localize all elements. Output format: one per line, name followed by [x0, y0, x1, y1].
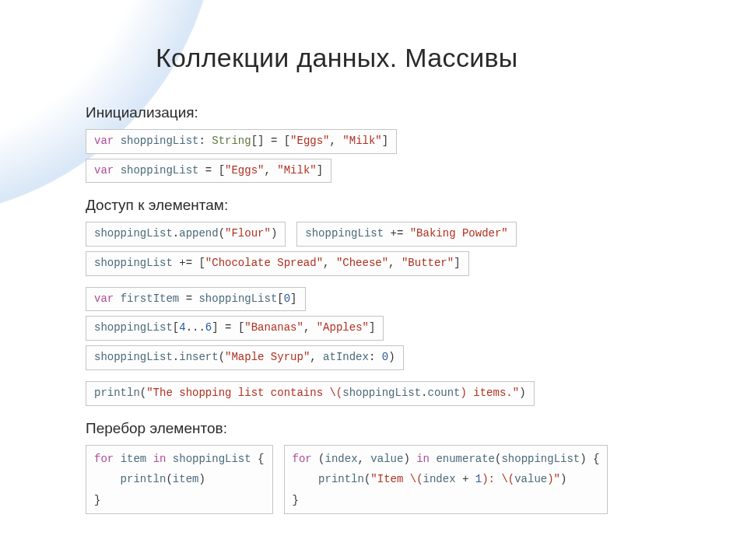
- code-row: println("The shopping list contains \(sh…: [86, 381, 677, 406]
- code-init-inferred: var shoppingList = ["Eggs", "Milk"]: [86, 159, 331, 184]
- slide-content: Коллекции данных. Массивы Инициализация:…: [0, 0, 747, 542]
- code-pluseq-array: shoppingList += ["Chocolate Spread", "Ch…: [86, 251, 469, 276]
- code-init-typed: var shoppingList: String[] = ["Eggs", "M…: [86, 129, 397, 154]
- slide-title: Коллекции данных. Массивы: [156, 43, 677, 73]
- code-range-assign: shoppingList[4...6] = ["Bananas", "Apple…: [86, 316, 384, 341]
- code-row: var shoppingList = ["Eggs", "Milk"]: [86, 159, 677, 184]
- code-row: shoppingList.append("Flour") shoppingLis…: [86, 222, 677, 247]
- code-for-simple: for item in shoppingList { println(item)…: [86, 445, 273, 515]
- code-row: var shoppingList: String[] = ["Eggs", "M…: [86, 129, 677, 154]
- code-row: shoppingList += ["Chocolate Spread", "Ch…: [86, 251, 677, 276]
- code-insert: shoppingList.insert("Maple Syrup", atInd…: [86, 345, 404, 370]
- code-first-item: var firstItem = shoppingList[0]: [86, 287, 306, 312]
- code-append: shoppingList.append("Flour"): [86, 222, 286, 247]
- code-pluseq-string: shoppingList += "Baking Powder": [296, 222, 516, 247]
- section-init-label: Инициализация:: [86, 104, 677, 121]
- code-row: shoppingList.insert("Maple Syrup", atInd…: [86, 345, 677, 370]
- code-row: for item in shoppingList { println(item)…: [86, 445, 677, 515]
- code-row: shoppingList[4...6] = ["Bananas", "Apple…: [86, 316, 677, 341]
- code-for-enumerate: for (index, value) in enumerate(shopping…: [284, 445, 608, 515]
- section-access-label: Доступ к элементам:: [86, 197, 677, 214]
- code-row: var firstItem = shoppingList[0]: [86, 287, 677, 312]
- section-loop-label: Перебор элементов:: [86, 420, 677, 437]
- code-println-count: println("The shopping list contains \(sh…: [86, 381, 535, 406]
